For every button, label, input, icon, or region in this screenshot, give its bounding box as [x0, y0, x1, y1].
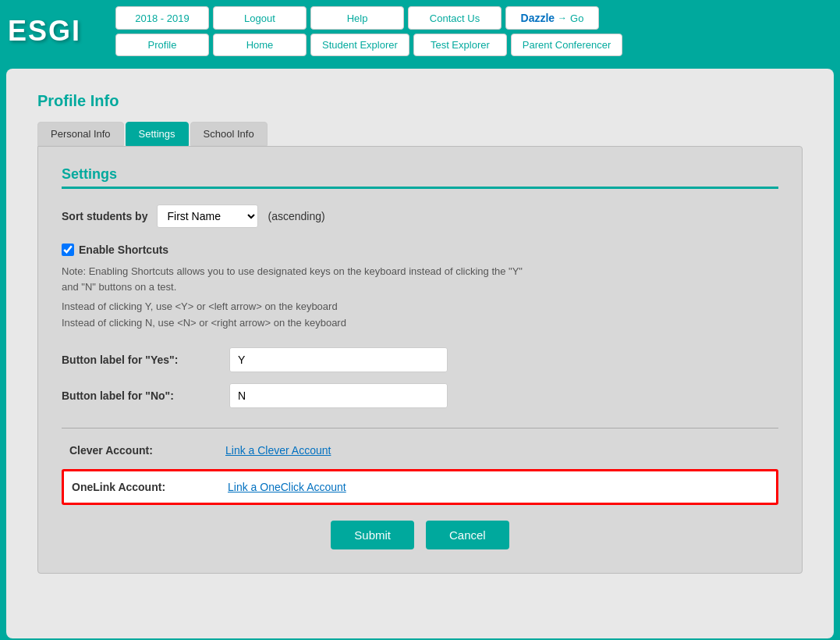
school-info-tab[interactable]: School Info	[190, 122, 268, 146]
shortcuts-text: Instead of clicking Y, use <Y> or <left …	[62, 299, 778, 332]
logo: ESGI	[8, 15, 101, 48]
clever-account-row: Clever Account: Link a Clever Account	[62, 444, 778, 457]
page-title: Profile Info	[37, 92, 803, 110]
form-buttons: Submit Cancel	[62, 521, 778, 549]
sort-row: Sort students by First Name Last Name (a…	[62, 204, 778, 228]
settings-divider	[62, 187, 778, 189]
no-label: Button label for "No":	[62, 389, 218, 402]
logout-btn[interactable]: Logout	[213, 6, 307, 30]
yes-field-row: Button label for "Yes":	[62, 347, 778, 372]
tabs-container: Personal Info Settings School Info	[37, 122, 803, 146]
onelink-link[interactable]: Link a OneClick Account	[228, 481, 346, 493]
settings-title: Settings	[62, 166, 778, 183]
shortcuts-note: Note: Enabling Shortcuts allows you to u…	[62, 264, 530, 294]
student-explorer-btn[interactable]: Student Explorer	[310, 34, 409, 56]
onelink-label: OneLink Account:	[72, 481, 212, 493]
shortcuts-checkbox-row: Enable Shortcuts	[62, 244, 778, 256]
clever-link[interactable]: Link a Clever Account	[225, 444, 331, 457]
sort-select[interactable]: First Name Last Name	[157, 204, 258, 228]
yes-input[interactable]	[229, 347, 448, 372]
section-divider	[62, 428, 778, 428]
yes-label: Button label for "Yes":	[62, 354, 218, 366]
main-content: Profile Info Personal Info Settings Scho…	[6, 69, 834, 638]
settings-panel: Settings Sort students by First Name Las…	[37, 146, 803, 574]
cancel-button[interactable]: Cancel	[426, 521, 509, 549]
shortcuts-label: Enable Shortcuts	[79, 244, 168, 256]
parent-conferencer-btn[interactable]: Parent Conferencer	[511, 34, 622, 56]
dazzle-btn[interactable]: Dazzle → Go	[505, 6, 599, 30]
shortcuts-checkbox[interactable]	[62, 244, 74, 256]
header: ESGI 2018 - 2019 Logout Help Contact Us …	[0, 0, 840, 62]
submit-button[interactable]: Submit	[331, 521, 414, 549]
home-btn[interactable]: Home	[213, 34, 307, 56]
dazzle-go: Go	[570, 12, 583, 24]
settings-tab[interactable]: Settings	[126, 122, 189, 146]
help-btn[interactable]: Help	[310, 6, 404, 30]
no-input[interactable]	[229, 383, 448, 408]
nav-row-2: Profile Home Student Explorer Test Explo…	[115, 34, 832, 56]
dazzle-arrow-icon: →	[558, 12, 567, 23]
personal-info-tab[interactable]: Personal Info	[37, 122, 124, 146]
dazzle-text: Dazzle	[521, 12, 555, 24]
shortcut-y: Instead of clicking Y, use <Y> or <left …	[62, 299, 778, 315]
clever-label: Clever Account:	[69, 444, 210, 457]
profile-btn[interactable]: Profile	[115, 34, 209, 56]
year-btn[interactable]: 2018 - 2019	[115, 6, 209, 30]
sort-order: (ascending)	[268, 210, 324, 222]
sort-label: Sort students by	[62, 210, 147, 222]
contact-btn[interactable]: Contact Us	[408, 6, 502, 30]
nav-area: 2018 - 2019 Logout Help Contact Us Dazzl…	[115, 6, 832, 56]
nav-row-1: 2018 - 2019 Logout Help Contact Us Dazzl…	[115, 6, 832, 30]
shortcut-n: Instead of clicking N, use <N> or <right…	[62, 315, 778, 332]
onelink-account-row: OneLink Account: Link a OneClick Account	[62, 469, 778, 505]
test-explorer-btn[interactable]: Test Explorer	[413, 34, 507, 56]
no-field-row: Button label for "No":	[62, 383, 778, 408]
